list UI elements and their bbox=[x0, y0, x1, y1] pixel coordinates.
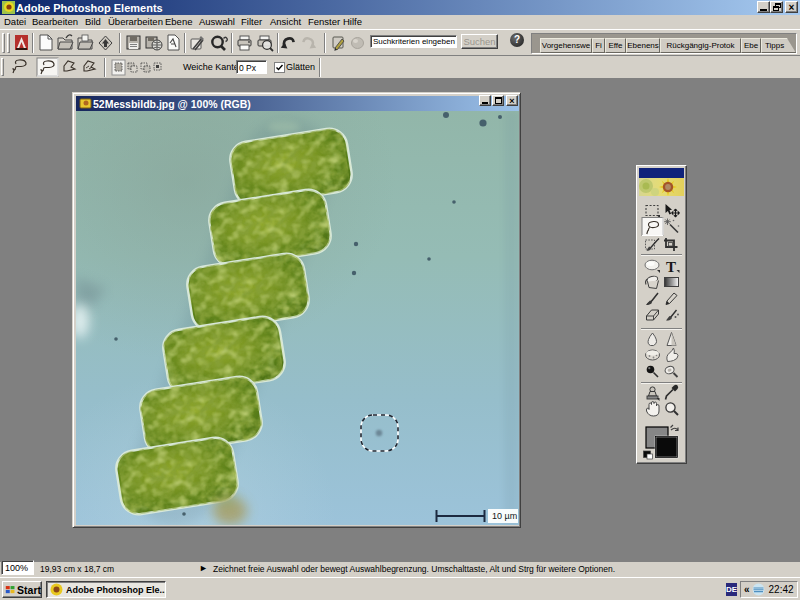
svg-text:10 µm: 10 µm bbox=[492, 511, 517, 521]
svg-text:T: T bbox=[666, 259, 676, 275]
